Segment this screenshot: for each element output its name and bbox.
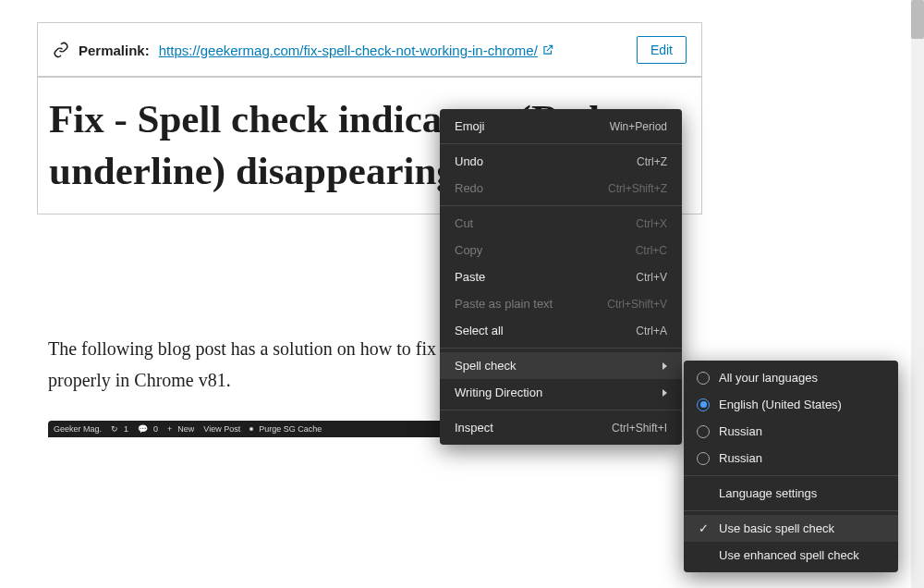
use-enhanced-spellcheck[interactable]: Use enhanced spell check: [684, 542, 898, 569]
ctx-writing-direction[interactable]: Writing Direction: [440, 379, 682, 406]
edit-permalink-button[interactable]: Edit: [637, 36, 687, 64]
submenu-separator: [684, 475, 898, 476]
permalink-url-text: https://geekermag.com/fix-spell-check-no…: [159, 43, 538, 58]
submenu-arrow-icon: [663, 362, 667, 370]
lang-ru-1[interactable]: Russian: [684, 418, 898, 445]
check-icon: ✓: [697, 521, 710, 535]
radio-icon: [697, 425, 710, 438]
ctx-inspect[interactable]: InspectCtrl+Shift+I: [440, 414, 682, 441]
permalink-label: Permalink:: [79, 43, 150, 58]
ctx-separator: [440, 410, 682, 410]
ctx-spell-check[interactable]: Spell check: [440, 352, 682, 379]
permalink-url[interactable]: https://geekermag.com/fix-spell-check-no…: [159, 43, 554, 58]
wp-new: New: [177, 424, 194, 434]
submenu-arrow-icon: [663, 389, 667, 397]
permalink-box: Permalink: https://geekermag.com/fix-spe…: [37, 22, 702, 78]
ctx-redo: RedoCtrl+Shift+Z: [440, 175, 682, 202]
wp-site-name: Geeker Mag.: [54, 424, 102, 434]
ctx-separator: [440, 348, 682, 349]
lang-all[interactable]: All your languages: [684, 364, 898, 391]
radio-icon: [697, 372, 710, 385]
link-icon: [53, 42, 69, 58]
page-scrollbar-thumb[interactable]: [911, 0, 924, 39]
ctx-separator: [440, 205, 682, 206]
external-link-icon: [541, 43, 554, 56]
ctx-paste-plain: Paste as plain textCtrl+Shift+V: [440, 290, 682, 317]
language-settings[interactable]: Language settings: [684, 480, 898, 507]
radio-icon: [697, 452, 710, 465]
ctx-cut: CutCtrl+X: [440, 210, 682, 237]
ctx-separator: [440, 143, 682, 144]
lang-en-us[interactable]: English (United States): [684, 391, 898, 418]
use-basic-spellcheck[interactable]: ✓Use basic spell check: [684, 515, 898, 542]
submenu-separator: [684, 510, 898, 511]
ctx-emoji[interactable]: EmojiWin+Period: [440, 113, 682, 140]
radio-selected-icon: [697, 398, 710, 411]
lang-ru-2[interactable]: Russian: [684, 445, 898, 472]
wp-purge-cache: Purge SG Cache: [259, 424, 322, 434]
wp-updates-count: 1: [124, 424, 128, 434]
wp-view-post: View Post: [203, 424, 240, 434]
wp-comments-count: 0: [153, 424, 158, 434]
page-scrollbar-track[interactable]: [911, 0, 924, 588]
ctx-select-all[interactable]: Select allCtrl+A: [440, 317, 682, 344]
ctx-copy: CopyCtrl+C: [440, 237, 682, 263]
ctx-undo[interactable]: UndoCtrl+Z: [440, 148, 682, 175]
ctx-paste[interactable]: PasteCtrl+V: [440, 263, 682, 290]
spellcheck-submenu[interactable]: All your languages English (United State…: [684, 361, 898, 572]
context-menu[interactable]: EmojiWin+Period UndoCtrl+Z RedoCtrl+Shif…: [440, 109, 682, 445]
